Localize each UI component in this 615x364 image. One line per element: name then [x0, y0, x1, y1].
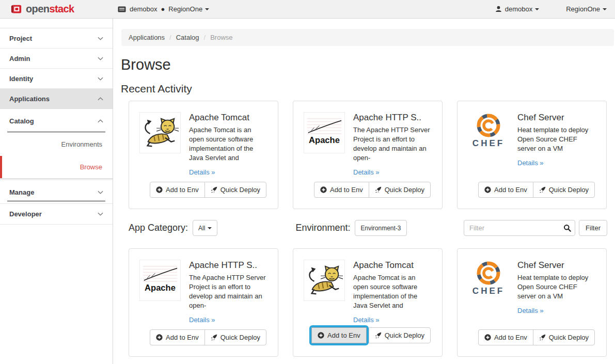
sidebar-item-label: Admin: [9, 55, 30, 62]
card-button-group: Add to Env Quick Deploy: [150, 182, 266, 198]
user-menu-label: demobox: [505, 5, 532, 13]
add-to-env-button[interactable]: Add to Env: [150, 329, 205, 345]
openstack-logo[interactable]: openstack: [10, 3, 118, 15]
plus-circle-icon: [484, 334, 491, 341]
button-label: Quick Deploy: [220, 334, 260, 341]
sidebar-item-label: Catalog: [9, 117, 34, 125]
chevron-down-icon: [98, 77, 103, 81]
chevron-down-icon: [98, 191, 103, 194]
environment-selector-button[interactable]: Environment-3: [355, 220, 406, 236]
quick-deploy-button[interactable]: Quick Deploy: [204, 329, 266, 345]
search-icon: [563, 224, 571, 232]
sidebar-item-applications[interactable]: Applications: [0, 89, 113, 109]
button-label: Quick Deploy: [549, 186, 589, 194]
user-menu[interactable]: demobox: [495, 5, 539, 13]
sidebar-item-label: Applications: [9, 95, 50, 103]
apache-logo: [304, 112, 345, 153]
sidebar-item-project[interactable]: Project: [0, 28, 113, 49]
quick-deploy-button[interactable]: Quick Deploy: [369, 182, 431, 198]
button-label: Add to Env: [494, 334, 527, 341]
sidebar-item-label: Browse: [80, 163, 102, 171]
context-separator-dot: ●: [161, 5, 165, 13]
tomcat-logo: [304, 260, 345, 301]
quick-deploy-button[interactable]: Quick Deploy: [204, 182, 266, 198]
add-to-env-button[interactable]: Add to Env: [478, 182, 533, 198]
sidebar-item-label: Environments: [61, 140, 102, 148]
environment-label: Environment:: [295, 223, 350, 233]
tomcat-logo: [139, 112, 181, 153]
app-description: Heat template to deploy Open Source CHEF…: [517, 125, 596, 153]
add-to-env-button-highlighted[interactable]: Add to Env: [311, 327, 367, 343]
context-region-label: RegionOne: [168, 5, 202, 13]
app-description: Apache Tomcat is an open source software…: [189, 125, 267, 163]
recent-activity-cards: Apache Tomcat Apache Tomcat is an open s…: [129, 101, 607, 209]
sidebar-item-manage[interactable]: Manage: [0, 181, 113, 204]
sidebar-item-environments[interactable]: Environments: [0, 133, 113, 156]
apache-logo: [139, 260, 181, 301]
sidebar-item-catalog[interactable]: Catalog: [0, 109, 113, 133]
breadcrumb-item-catalog[interactable]: Catalog: [176, 34, 199, 41]
sidebar-item-label: Manage: [9, 188, 34, 196]
app-title: Chef Server: [517, 112, 596, 123]
sidebar-item-browse[interactable]: Browse: [0, 156, 113, 178]
project-region-switcher[interactable]: demobox ● RegionOne: [118, 5, 209, 13]
quick-deploy-button[interactable]: Quick Deploy: [533, 329, 595, 345]
card-button-group: Add to Env Quick Deploy: [478, 182, 595, 198]
breadcrumb-separator: /: [204, 34, 206, 41]
button-label: Quick Deploy: [220, 186, 260, 194]
button-label: Add to Env: [166, 334, 199, 341]
environment-value: Environment-3: [360, 225, 401, 232]
sidebar-item-identity[interactable]: Identity: [0, 69, 113, 89]
button-label: Add to Env: [327, 331, 360, 339]
app-category-dropdown[interactable]: All: [193, 220, 217, 236]
add-to-env-button[interactable]: Add to Env: [478, 329, 533, 345]
app-card: Apache HTTP S.. The Apache HTTP Server P…: [129, 248, 278, 357]
caret-down-icon: [535, 8, 539, 10]
details-link[interactable]: Details »: [189, 168, 215, 176]
add-to-env-button[interactable]: Add to Env: [150, 182, 205, 198]
region-menu-label: RegionOne: [566, 5, 600, 13]
breadcrumb: Applications / Catalog / Browse: [121, 29, 614, 46]
app-title: Apache HTTP S..: [189, 260, 267, 271]
sidebar-item-admin[interactable]: Admin: [0, 49, 113, 69]
page-title: Browse: [121, 56, 615, 73]
details-link[interactable]: Details »: [517, 159, 544, 167]
quick-deploy-button[interactable]: Quick Deploy: [369, 327, 431, 343]
chevron-up-icon: [98, 97, 103, 101]
caret-down-icon: [205, 8, 209, 10]
region-menu[interactable]: RegionOne: [566, 5, 607, 13]
app-card: Chef Server Heat template to deploy Open…: [457, 101, 607, 209]
button-label: Quick Deploy: [385, 331, 424, 339]
filter-input-wrapper: [464, 220, 575, 236]
app-title: Apache HTTP S..: [353, 112, 432, 123]
app-card: Apache Tomcat Apache Tomcat is an open s…: [129, 101, 278, 209]
app-title: Chef Server: [517, 260, 596, 271]
sidebar-item-developer[interactable]: Developer: [0, 204, 113, 225]
button-label: Add to Env: [166, 186, 199, 194]
top-navbar: openstack demobox ● RegionOne demobox Re…: [0, 0, 615, 19]
filter-input[interactable]: [464, 220, 575, 236]
button-label: Quick Deploy: [385, 186, 424, 194]
details-link[interactable]: Details »: [517, 307, 544, 314]
card-button-group: Add to Env Quick Deploy: [150, 329, 266, 345]
active-item-indicator: [0, 156, 2, 178]
app-description: The Apache HTTP Server Project is an eff…: [353, 125, 432, 163]
highlight-annotation-box: Add to Env: [309, 325, 369, 345]
card-button-group: Add to Env Quick Deploy: [478, 329, 595, 345]
details-link[interactable]: Details »: [189, 316, 215, 324]
plus-circle-icon: [156, 334, 163, 341]
app-description: Heat template to deploy Open Source CHEF…: [517, 273, 596, 301]
quick-deploy-button[interactable]: Quick Deploy: [533, 182, 595, 198]
sidebar-item-label: Project: [9, 35, 32, 42]
details-link[interactable]: Details »: [353, 316, 380, 324]
button-label: Add to Env: [330, 186, 363, 194]
breadcrumb-item-applications[interactable]: Applications: [129, 34, 165, 41]
app-description: The Apache HTTP Server Project is an eff…: [189, 273, 267, 310]
details-link[interactable]: Details »: [353, 168, 380, 176]
plus-circle-icon: [156, 186, 163, 193]
add-to-env-button[interactable]: Add to Env: [314, 182, 369, 198]
button-label: Add to Env: [494, 186, 527, 194]
filter-button[interactable]: Filter: [579, 220, 607, 236]
app-title: Apache Tomcat: [189, 112, 267, 123]
sidebar-item-label: Identity: [9, 75, 33, 83]
